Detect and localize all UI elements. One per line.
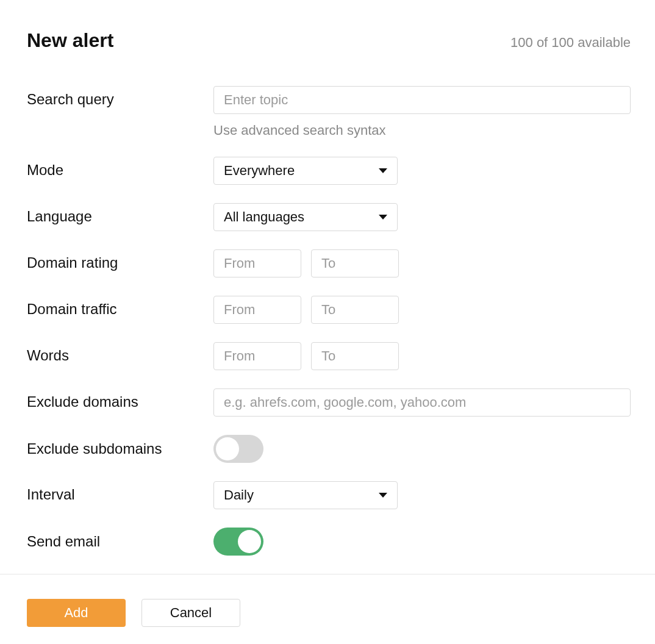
form-header: New alert 100 of 100 available (27, 29, 631, 52)
send-email-toggle[interactable] (213, 528, 263, 556)
send-email-label: Send email (27, 533, 213, 550)
interval-label: Interval (27, 481, 213, 503)
exclude-subdomains-toggle[interactable] (213, 435, 263, 463)
domain-traffic-from-input[interactable] (213, 296, 301, 324)
exclude-domains-input[interactable] (213, 388, 631, 417)
form-footer: Add Cancel (0, 574, 655, 644)
caret-down-icon (379, 168, 387, 173)
caret-down-icon (379, 493, 387, 498)
mode-select-value: Everywhere (224, 163, 295, 179)
availability-text: 100 of 100 available (510, 35, 631, 51)
interval-select[interactable]: Daily (213, 481, 398, 509)
exclude-domains-label: Exclude domains (27, 388, 213, 410)
caret-down-icon (379, 215, 387, 220)
page-title: New alert (27, 29, 113, 52)
mode-label: Mode (27, 157, 213, 179)
search-query-label: Search query (27, 86, 213, 108)
language-label: Language (27, 203, 213, 225)
domain-traffic-label: Domain traffic (27, 296, 213, 318)
toggle-knob (216, 437, 239, 460)
domain-rating-from-input[interactable] (213, 249, 301, 277)
interval-select-value: Daily (224, 487, 254, 503)
exclude-subdomains-label: Exclude subdomains (27, 440, 213, 457)
add-button[interactable]: Add (27, 599, 126, 627)
mode-select[interactable]: Everywhere (213, 157, 398, 185)
domain-rating-to-input[interactable] (311, 249, 399, 277)
cancel-button[interactable]: Cancel (141, 599, 240, 627)
language-select[interactable]: All languages (213, 203, 398, 231)
toggle-knob (238, 530, 261, 553)
words-from-input[interactable] (213, 342, 301, 370)
search-query-hint: Use advanced search syntax (213, 123, 631, 138)
language-select-value: All languages (224, 209, 304, 225)
words-to-input[interactable] (311, 342, 399, 370)
words-label: Words (27, 342, 213, 364)
domain-rating-label: Domain rating (27, 249, 213, 271)
search-query-input[interactable] (213, 86, 631, 114)
domain-traffic-to-input[interactable] (311, 296, 399, 324)
